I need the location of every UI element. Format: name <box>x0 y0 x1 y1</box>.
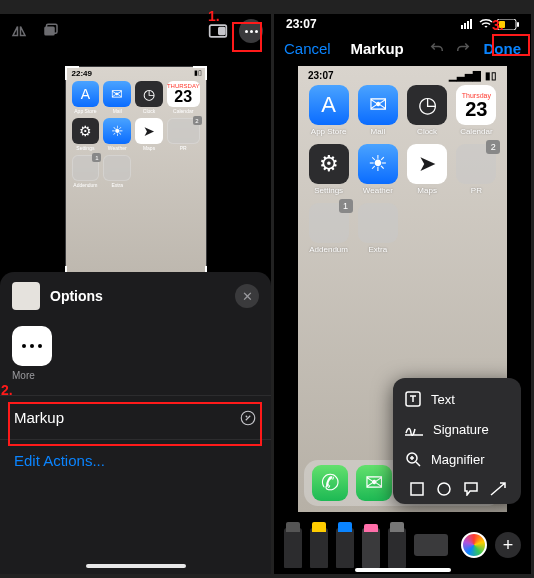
insert-text[interactable]: Text <box>393 384 521 414</box>
lasso-tool[interactable] <box>388 528 406 568</box>
svg-rect-3 <box>219 28 225 35</box>
badge: 1 <box>339 199 353 213</box>
album-icon[interactable] <box>40 20 62 42</box>
app-calendar: THURSDAY23Calendar <box>167 81 200 114</box>
app-maps: ➤Maps <box>135 118 163 151</box>
edit-actions-link[interactable]: Edit Actions... <box>0 440 271 481</box>
app-label: PR <box>167 145 200 151</box>
badge: 1 <box>92 153 101 162</box>
pen-tool[interactable] <box>284 528 302 568</box>
insert-magnifier[interactable]: Magnifier <box>393 444 521 474</box>
dock-app: ✉︎ <box>356 465 392 501</box>
sheet-close-button[interactable]: ✕ <box>235 284 259 308</box>
svg-rect-8 <box>470 19 472 29</box>
app-label: App Store <box>72 108 100 114</box>
marker-tool[interactable] <box>310 528 328 568</box>
signature-icon <box>405 422 423 436</box>
insert-signature[interactable]: Signature <box>393 414 521 444</box>
dock-app: ✆ <box>312 465 348 501</box>
cancel-button[interactable]: Cancel <box>284 40 331 57</box>
insert-signature-label: Signature <box>433 422 489 437</box>
sheet-title: Options <box>50 288 103 304</box>
markup-tool-tray: + <box>274 522 531 568</box>
app-app-store: AApp Store <box>72 81 100 114</box>
photos-edit-screen: 22:49 ▮▯ AApp Store✉︎Mail◷ClockTHURSDAY2… <box>0 14 271 574</box>
shape-square[interactable] <box>408 480 426 498</box>
flip-icon[interactable] <box>8 20 30 42</box>
app-extra: Extra <box>103 155 131 188</box>
shape-arrow[interactable] <box>489 480 507 498</box>
canvas-battery-icon: ▮▯ <box>485 70 497 81</box>
sheet-photo-thumb <box>12 282 40 310</box>
magnifier-icon <box>405 451 421 467</box>
app-mail: ✉︎Mail <box>103 81 131 114</box>
editor-toolbar <box>0 14 271 48</box>
shape-speech[interactable] <box>462 480 480 498</box>
app-label: Addendum <box>309 245 348 254</box>
shapes-popover: Text Signature Magnifier <box>393 378 521 504</box>
app-pr: 2PR <box>456 144 497 195</box>
app-label: Addendum <box>72 182 100 188</box>
app-app-store: AApp Store <box>308 85 349 136</box>
annotation-box-2 <box>8 402 262 446</box>
photo-thumbnail: 22:49 ▮▯ AApp Store✉︎Mail◷ClockTHURSDAY2… <box>65 66 207 280</box>
app-label: Settings <box>314 186 343 195</box>
app-addendum: 1Addendum <box>72 155 100 188</box>
svg-rect-5 <box>461 25 463 29</box>
app-addendum: 1Addendum <box>308 203 349 254</box>
canvas-signal-icon: ▁▃▅▇ <box>449 70 481 81</box>
svg-point-15 <box>438 483 450 495</box>
crop-corner-tr[interactable] <box>193 66 207 80</box>
more-action-button[interactable] <box>12 326 52 366</box>
badge: 2 <box>486 140 500 154</box>
app-label: App Store <box>311 127 347 136</box>
svg-rect-7 <box>467 21 469 29</box>
crop-corner-tl[interactable] <box>65 66 79 80</box>
annotation-step-2: 2. <box>1 382 13 398</box>
app-label: PR <box>471 186 482 195</box>
status-time: 23:07 <box>286 17 317 31</box>
shape-circle[interactable] <box>435 480 453 498</box>
canvas-status-time: 23:07 <box>308 70 334 81</box>
app-label: Mail <box>103 108 131 114</box>
app-settings: ⚙︎Settings <box>308 144 349 195</box>
redo-button[interactable] <box>454 39 472 57</box>
app-label: Clock <box>135 108 163 114</box>
app-calendar: Thursday23Calendar <box>456 85 497 136</box>
annotation-box-1 <box>232 22 262 52</box>
home-indicator[interactable] <box>355 568 451 572</box>
svg-rect-10 <box>517 22 519 27</box>
add-shape-button[interactable]: + <box>495 532 521 558</box>
app-mail: ✉︎Mail <box>357 85 398 136</box>
app-label: Weather <box>103 145 131 151</box>
app-label: Maps <box>135 145 163 151</box>
app-weather: ☀︎Weather <box>103 118 131 151</box>
home-indicator[interactable] <box>86 564 186 568</box>
eraser-tool[interactable] <box>362 528 380 568</box>
app-pr: 2PR <box>167 118 200 151</box>
color-picker[interactable] <box>461 532 487 558</box>
insert-text-label: Text <box>431 392 455 407</box>
signal-icon <box>457 19 475 29</box>
more-action-label: More <box>12 370 259 381</box>
app-settings: ⚙︎Settings <box>72 118 100 151</box>
pencil-tool[interactable] <box>336 528 354 568</box>
app-label: Weather <box>363 186 393 195</box>
app-label: Settings <box>72 145 100 151</box>
app-label: Calendar <box>460 127 492 136</box>
annotation-step-1: 1. <box>208 8 220 24</box>
app-label: Maps <box>417 186 437 195</box>
ruler-tool[interactable] <box>414 534 448 556</box>
app-label: Extra <box>369 245 388 254</box>
markup-title: Markup <box>331 40 424 57</box>
svg-rect-6 <box>464 23 466 29</box>
app-clock: ◷Clock <box>135 81 163 114</box>
insert-magnifier-label: Magnifier <box>431 452 484 467</box>
app-label: Mail <box>371 127 386 136</box>
undo-button[interactable] <box>428 39 446 57</box>
app-maps: ➤Maps <box>407 144 448 195</box>
app-label: Calendar <box>167 108 200 114</box>
app-label: Clock <box>417 127 437 136</box>
photo-crop-area[interactable]: 22:49 ▮▯ AApp Store✉︎Mail◷ClockTHURSDAY2… <box>0 66 271 280</box>
app-weather: ☀︎Weather <box>357 144 398 195</box>
